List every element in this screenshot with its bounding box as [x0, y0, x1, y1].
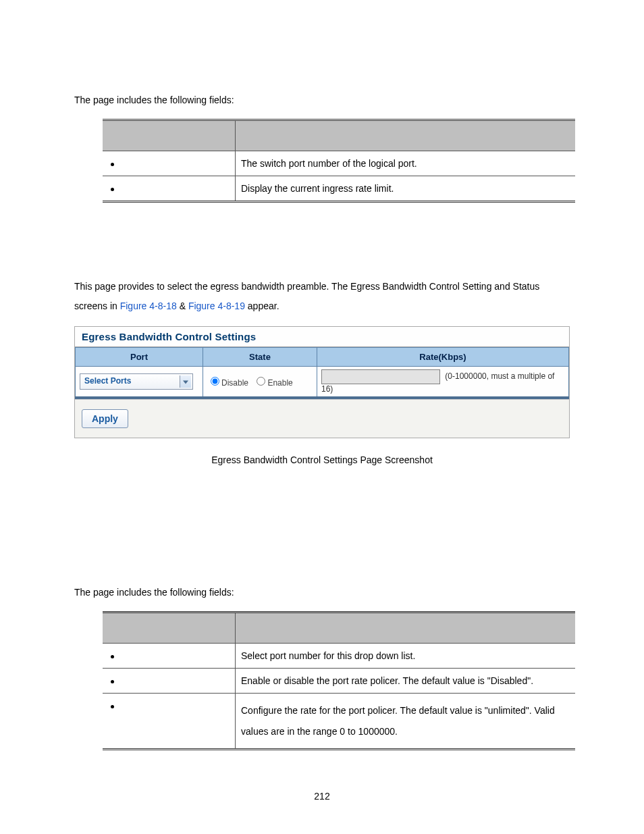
table-cell-desc: Configure the rate for the port policer.…	[236, 693, 576, 750]
radio-disable-input[interactable]	[211, 377, 219, 386]
table-row: Display the current ingress rate limit.	[103, 176, 575, 202]
rate-input[interactable]	[321, 369, 440, 384]
table-row: Enable or disable the port rate policer.…	[103, 668, 575, 693]
settings-panel: Egress Bandwidth Control Settings Port S…	[74, 326, 570, 438]
page-number: 212	[74, 791, 570, 802]
table-cell-desc: Display the current ingress rate limit.	[236, 176, 576, 202]
section-paragraph: This page provides to select the egress …	[74, 277, 570, 317]
bullet-icon	[111, 680, 114, 683]
bullet-icon	[111, 188, 114, 191]
radio-enable-input[interactable]	[257, 377, 265, 386]
intro-text-1: The page includes the following fields:	[74, 95, 570, 105]
radio-disable[interactable]: Disable	[207, 378, 248, 388]
table-cell-desc: The switch port number of the logical po…	[236, 151, 576, 176]
select-ports-label: Select Ports	[84, 376, 131, 386]
table-row: Select port number for this drop down li…	[103, 643, 575, 668]
intro-text-2: The page includes the following fields:	[74, 587, 570, 598]
col-header-rate: Rate(Kbps)	[317, 347, 569, 366]
figure-link-1[interactable]: Figure 4-8-18	[120, 301, 177, 311]
bullet-icon	[111, 655, 114, 658]
settings-table: Port State Rate(Kbps) Select Ports	[75, 347, 569, 399]
select-ports-dropdown[interactable]: Select Ports	[80, 373, 193, 390]
chevron-down-icon	[180, 375, 191, 388]
table-row: Configure the rate for the port policer.…	[103, 693, 575, 750]
radio-enable[interactable]: Enable	[253, 378, 292, 388]
col-header-state: State	[203, 347, 317, 366]
bullet-icon	[111, 705, 114, 708]
figure-link-2[interactable]: Figure 4-8-19	[188, 301, 245, 311]
svg-marker-0	[183, 380, 188, 384]
bullet-icon	[111, 163, 114, 166]
table-row: The switch port number of the logical po…	[103, 151, 575, 176]
fields-table-1: The switch port number of the logical po…	[103, 119, 575, 203]
fields-table-2: Select port number for this drop down li…	[103, 611, 575, 751]
table-cell-desc: Select port number for this drop down li…	[236, 643, 576, 668]
apply-button[interactable]: Apply	[82, 409, 128, 428]
table-cell-desc: Enable or disable the port rate policer.…	[236, 668, 576, 693]
col-header-port: Port	[76, 347, 203, 366]
panel-title: Egress Bandwidth Control Settings	[75, 327, 569, 347]
figure-caption: Egress Bandwidth Control Settings Page S…	[74, 454, 570, 465]
